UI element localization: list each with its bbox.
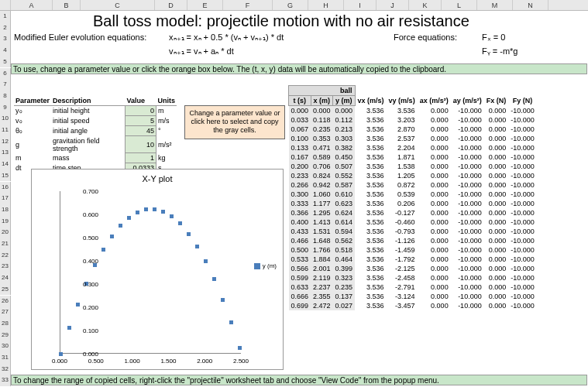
ball-cell[interactable]: 0.587 [333,180,356,190]
ball-cell[interactable]: 0.000 [418,292,451,301]
ball-cell[interactable]: -10.000 [451,301,484,310]
ball-cell[interactable]: -10.000 [508,152,537,162]
row-header-31[interactable]: 31 [0,352,11,364]
ball-cell[interactable]: -0.460 [387,217,418,227]
param-value-cell[interactable]: 5 [126,116,156,126]
ball-cell[interactable]: -10.000 [508,255,537,264]
col-header-L[interactable]: L [442,0,477,10]
col-header-N[interactable]: N [513,0,548,10]
param-value-cell[interactable]: 45 [126,126,156,136]
row-header-30[interactable]: 30 [0,341,11,352]
ball-cell[interactable]: -10.000 [451,125,484,134]
ball-cell[interactable]: 0.118 [311,115,333,125]
ball-cell[interactable]: 0.433 [289,227,311,236]
ball-cell[interactable]: -10.000 [451,134,484,143]
ball-cell[interactable]: 0.000 [418,171,451,180]
ball-cell[interactable]: 3.536 [355,236,387,245]
ball-cell[interactable]: 0.235 [311,125,333,134]
col-header-B[interactable]: B [53,0,81,10]
row-header-2[interactable]: 2 [0,22,11,34]
ball-cell[interactable]: 0.000 [484,115,509,125]
ball-cell[interactable]: 2.537 [387,134,418,143]
col-header-K[interactable]: K [409,0,442,10]
ball-cell[interactable]: 0.000 [484,236,509,245]
ball-cell[interactable]: -10.000 [508,283,537,292]
param-value-cell[interactable]: 0 [126,106,156,116]
row-header-27[interactable]: 27 [0,307,11,318]
row-header-17[interactable]: 17 [0,193,11,204]
ball-cell[interactable]: 0.000 [418,255,451,264]
ball-cell[interactable]: 3.536 [355,217,387,227]
ball-cell[interactable]: 0.000 [418,180,451,190]
ball-cell[interactable]: 0.000 [418,301,451,310]
ball-cell[interactable]: 0.000 [484,245,509,255]
col-header-E[interactable]: E [187,0,223,10]
ball-cell[interactable]: 0.633 [289,283,311,292]
ball-cell[interactable]: 0.000 [484,217,509,227]
ball-cell[interactable]: 0.000 [484,190,509,199]
ball-cell[interactable]: 0.000 [418,162,451,171]
ball-cell[interactable]: 3.536 [387,106,418,116]
ball-cell[interactable]: -10.000 [508,180,537,190]
ball-cell[interactable]: 3.536 [355,301,387,310]
row-header-24[interactable]: 24 [0,272,11,284]
row-header-29[interactable]: 29 [0,330,11,341]
ball-cell[interactable]: 0.112 [333,115,356,125]
row-header-8[interactable]: 8 [0,91,11,102]
ball-cell[interactable]: 0.539 [387,190,418,199]
ball-cell[interactable]: 0.000 [418,199,451,208]
ball-cell[interactable]: -10.000 [451,292,484,301]
ball-cell[interactable]: 0.000 [484,162,509,171]
ball-cell[interactable]: 0.500 [289,245,311,255]
ball-cell[interactable]: 0.000 [484,125,509,134]
ball-cell[interactable]: -10.000 [508,264,537,273]
ball-cell[interactable]: -10.000 [451,162,484,171]
ball-cell[interactable]: -10.000 [508,125,537,134]
ball-cell[interactable]: 0.399 [333,264,356,273]
ball-cell[interactable]: 0.400 [289,217,311,227]
ball-cell[interactable]: 0.610 [333,190,356,199]
ball-cell[interactable]: 0.000 [484,301,509,310]
row-header-12[interactable]: 12 [0,136,11,148]
ball-cell[interactable]: -10.000 [508,217,537,227]
ball-cell[interactable]: 0.067 [289,125,311,134]
ball-cell[interactable]: -10.000 [451,227,484,236]
ball-cell[interactable]: -10.000 [451,255,484,264]
row-header-10[interactable]: 10 [0,113,11,125]
ball-cell[interactable]: -10.000 [508,301,537,310]
row-header-14[interactable]: 14 [0,159,11,170]
ball-cell[interactable]: 0.518 [333,245,356,255]
row-header-33[interactable]: 33 [0,375,11,386]
ball-cell[interactable]: 0.666 [289,292,311,301]
ball-cell[interactable]: -10.000 [451,236,484,245]
ball-cell[interactable]: 0.552 [333,171,356,180]
ball-cell[interactable]: 0.464 [333,255,356,264]
ball-cell[interactable]: 0.000 [484,273,509,283]
ball-cell[interactable]: 0.213 [333,125,356,134]
ball-cell[interactable]: 0.000 [484,255,509,264]
ball-cell[interactable]: 0.000 [484,227,509,236]
ball-cell[interactable]: -2.125 [387,264,418,273]
ball-cell[interactable]: -10.000 [451,106,484,116]
ball-cell[interactable]: 3.203 [387,115,418,125]
ball-cell[interactable]: 0.200 [289,162,311,171]
ball-cell[interactable]: -1.792 [387,255,418,264]
row-header-25[interactable]: 25 [0,284,11,296]
ball-cell[interactable]: -10.000 [508,143,537,152]
ball-cell[interactable]: 0.167 [289,152,311,162]
ball-cell[interactable]: 0.000 [418,190,451,199]
ball-cell[interactable]: 3.536 [355,208,387,217]
ball-cell[interactable]: -10.000 [451,180,484,190]
ball-cell[interactable]: 0.000 [484,264,509,273]
ball-cell[interactable]: 0.000 [418,217,451,227]
ball-cell[interactable]: 0.000 [418,273,451,283]
ball-cell[interactable]: 0.100 [289,134,311,143]
ball-cell[interactable]: 3.536 [355,273,387,283]
ball-cell[interactable]: -10.000 [508,273,537,283]
ball-cell[interactable]: 1.766 [311,245,333,255]
ball-cell[interactable]: 0.942 [311,180,333,190]
ball-cell[interactable]: 3.536 [355,115,387,125]
param-value-cell[interactable]: 1 [126,153,156,163]
ball-cell[interactable]: 0.000 [484,208,509,217]
ball-cell[interactable]: 0.000 [484,283,509,292]
